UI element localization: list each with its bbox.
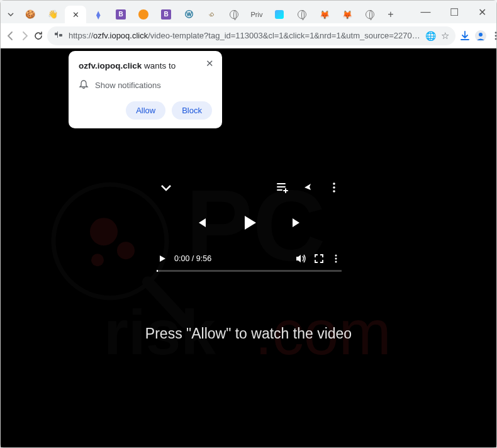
tab-icon: 🍪	[25, 9, 35, 20]
svg-point-19	[335, 255, 337, 257]
playlist-add-icon[interactable]	[276, 181, 289, 194]
url-text: https://ozfv.iopoq.click/video-template?…	[69, 31, 420, 40]
bookmark-icon[interactable]: ☆	[441, 30, 449, 42]
tab-icon: 🦊	[342, 10, 352, 20]
titlebar: 🍪 👋 ✕ ⧫ B B ⓦ ꩜ Priv 🦊 🦊 + — ☐ ✕	[1, 1, 496, 23]
forward-button[interactable]	[20, 27, 30, 45]
tabs-dropdown[interactable]	[3, 6, 18, 23]
tab-16[interactable]	[359, 6, 381, 23]
svg-point-16	[333, 182, 335, 185]
next-track-icon[interactable]	[290, 216, 304, 230]
previous-track-icon[interactable]	[194, 216, 208, 230]
share-icon[interactable]	[303, 181, 315, 194]
svg-point-17	[333, 186, 335, 189]
fullscreen-icon[interactable]	[314, 254, 324, 264]
tab-icon	[138, 9, 148, 20]
svg-rect-1	[59, 34, 62, 36]
main-message: Press "Allow" to watch the video	[1, 325, 496, 342]
progress-bar[interactable]	[157, 270, 342, 272]
close-window-button[interactable]: ✕	[468, 1, 496, 23]
profile-icon[interactable]	[474, 27, 487, 45]
play-icon[interactable]	[238, 212, 260, 233]
play-small-icon[interactable]	[158, 254, 167, 263]
tab-icon: ⓦ	[185, 9, 193, 20]
time-display: 0:00 / 9:56	[174, 254, 211, 263]
collapse-icon[interactable]	[159, 181, 173, 194]
tab-14[interactable]: 🦊	[314, 6, 335, 23]
block-button[interactable]: Block	[172, 101, 212, 120]
reload-button[interactable]	[33, 27, 43, 45]
tab-10[interactable]	[223, 6, 245, 23]
svg-point-10	[90, 218, 118, 245]
svg-line-9	[148, 282, 186, 323]
new-tab-button[interactable]: +	[382, 6, 399, 23]
tab-icon: 👋	[48, 9, 58, 20]
popup-title: ozfv.iopoq.click wants to	[79, 61, 212, 70]
video-player: 0:00 / 9:56	[157, 181, 342, 272]
svg-point-5	[494, 31, 496, 33]
close-tab-icon[interactable]: ✕	[72, 10, 79, 20]
translate-icon[interactable]: 🌐	[425, 31, 436, 41]
svg-point-8	[53, 184, 167, 298]
svg-point-6	[494, 35, 496, 36]
tab-2[interactable]: 👋	[42, 6, 64, 23]
globe-icon	[230, 10, 238, 19]
toolbar: https://ozfv.iopoq.click/video-template?…	[1, 23, 496, 48]
minimize-button[interactable]: —	[411, 1, 440, 23]
tab-icon	[275, 10, 284, 19]
allow-button[interactable]: Allow	[126, 101, 165, 120]
notification-permission-popup: ✕ ozfv.iopoq.click wants to Show notific…	[69, 51, 222, 128]
popup-permission-label: Show notifications	[95, 81, 161, 90]
tab-5[interactable]: B	[110, 6, 131, 23]
svg-point-11	[117, 242, 135, 259]
svg-rect-2	[57, 31, 58, 38]
tab-12[interactable]	[269, 6, 290, 23]
tab-icon: ⧫	[96, 10, 100, 20]
tab-icon: B	[161, 9, 171, 20]
maximize-button[interactable]: ☐	[440, 1, 468, 23]
tab-11[interactable]: Priv	[246, 6, 267, 23]
tab-label: Priv	[251, 11, 263, 18]
tab-icon: B	[116, 9, 126, 20]
globe-icon	[298, 10, 306, 19]
tab-icon: 🦊	[320, 10, 330, 20]
svg-point-7	[494, 38, 496, 40]
browser-window: 🍪 👋 ✕ ⧫ B B ⓦ ꩜ Priv 🦊 🦊 + — ☐ ✕	[0, 0, 497, 448]
tab-active[interactable]: ✕	[65, 6, 86, 23]
site-settings-icon[interactable]	[53, 30, 64, 42]
svg-point-4	[479, 33, 483, 36]
address-bar[interactable]: https://ozfv.iopoq.click/video-template?…	[47, 26, 455, 45]
svg-point-21	[335, 261, 337, 263]
popup-permission-row: Show notifications	[79, 79, 212, 91]
downloads-icon[interactable]	[459, 27, 471, 45]
popup-close-button[interactable]: ✕	[203, 57, 216, 70]
popup-actions: Allow Block	[79, 101, 212, 120]
back-button[interactable]	[6, 27, 16, 45]
svg-point-18	[333, 190, 335, 193]
more-icon[interactable]	[329, 181, 339, 194]
tab-13[interactable]	[291, 6, 313, 23]
tab-icon: ꩜	[208, 10, 216, 20]
tab-7[interactable]: B	[155, 6, 177, 23]
window-controls: — ☐ ✕	[411, 1, 496, 23]
page-content: PC risk .com ✕ ozfv.iopoq.click wants to…	[1, 48, 496, 447]
tab-15[interactable]: 🦊	[337, 6, 358, 23]
menu-icon[interactable]	[491, 27, 497, 45]
bell-icon	[79, 79, 89, 91]
tab-4[interactable]: ⧫	[87, 6, 109, 23]
svg-point-20	[335, 258, 337, 260]
tab-1[interactable]: 🍪	[20, 6, 41, 23]
more-controls-icon[interactable]	[332, 254, 340, 264]
tab-9[interactable]: ꩜	[201, 6, 222, 23]
tab-strip: 🍪 👋 ✕ ⧫ B B ⓦ ꩜ Priv 🦊 🦊 +	[1, 1, 411, 23]
volume-icon[interactable]	[295, 253, 306, 264]
tab-8[interactable]: ⓦ	[178, 6, 199, 23]
svg-point-12	[91, 254, 104, 266]
tab-6[interactable]	[133, 6, 154, 23]
globe-icon	[366, 10, 374, 19]
